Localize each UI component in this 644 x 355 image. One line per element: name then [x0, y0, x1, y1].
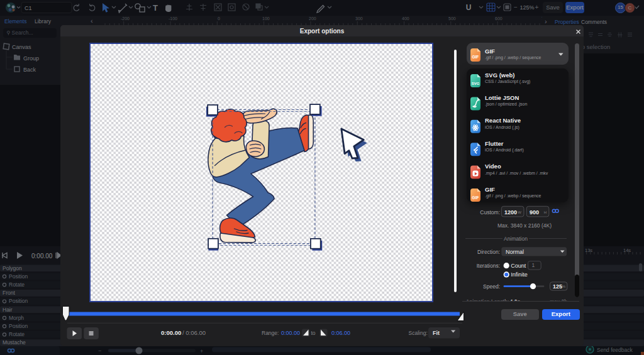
svg-text:Speed:: Speed: — [483, 283, 500, 290]
svg-text:iOS / Android (.dart): iOS / Android (.dart) — [485, 148, 524, 153]
svg-text:W: W — [518, 210, 521, 214]
svg-text:4.0s: 4.0s — [510, 298, 521, 305]
svg-text:.gif / .png / .webp / sequence: .gif / .png / .webp / sequence — [485, 55, 541, 60]
svg-text:.mp4 / .avi / .mov / .webm / .: .mp4 / .avi / .mov / .webm / .mkv — [485, 171, 548, 176]
svg-text:Custom:: Custom: — [480, 209, 500, 216]
svg-text:to: to — [311, 330, 316, 336]
svg-text:SVG: SVG — [471, 82, 479, 85]
svg-text:SVG (web): SVG (web) — [485, 72, 515, 79]
svg-text:Lottie JSON: Lottie JSON — [485, 94, 519, 101]
svg-text:Video: Video — [485, 163, 501, 170]
svg-text:/ 0:06.00: / 0:06.00 — [182, 329, 206, 336]
svg-text:iOS / Android (.js): iOS / Android (.js) — [485, 125, 519, 130]
svg-text:125: 125 — [553, 283, 562, 290]
svg-text:Normal: Normal — [506, 249, 524, 255]
svg-text:Range:: Range: — [262, 330, 279, 336]
svg-text:Infinite: Infinite — [511, 271, 528, 278]
svg-text:0:00.00: 0:00.00 — [161, 329, 181, 336]
svg-text:GIF: GIF — [485, 47, 495, 54]
svg-text:Iterations:: Iterations: — [477, 263, 500, 269]
svg-text:CSS / JavaScript (.svg): CSS / JavaScript (.svg) — [485, 79, 530, 84]
svg-text:GIF: GIF — [472, 55, 479, 59]
svg-text:Flutter: Flutter — [485, 140, 504, 147]
svg-text:Scaling:: Scaling: — [409, 330, 428, 336]
svg-text:1: 1 — [532, 262, 535, 268]
svg-text:Count: Count — [511, 263, 526, 269]
svg-text:0:06.00: 0:06.00 — [331, 330, 350, 336]
svg-text:Animation Length:: Animation Length: — [466, 298, 509, 305]
svg-text:Animation: Animation — [504, 236, 528, 242]
svg-text:React Native: React Native — [485, 117, 521, 124]
svg-text:H: H — [544, 210, 547, 214]
svg-text:.json / optimized .json: .json / optimized .json — [485, 102, 527, 107]
svg-text:1200: 1200 — [504, 209, 517, 216]
svg-text:Fit: Fit — [433, 330, 440, 336]
svg-text:%: % — [562, 285, 566, 288]
svg-text:max 2h: max 2h — [550, 298, 567, 305]
svg-text:Direction:: Direction: — [477, 249, 500, 255]
svg-text:0:00.00: 0:00.00 — [281, 330, 300, 336]
svg-text:900: 900 — [530, 209, 539, 216]
svg-text:Max. 3840 x 2160 (4K): Max. 3840 x 2160 (4K) — [497, 222, 552, 229]
